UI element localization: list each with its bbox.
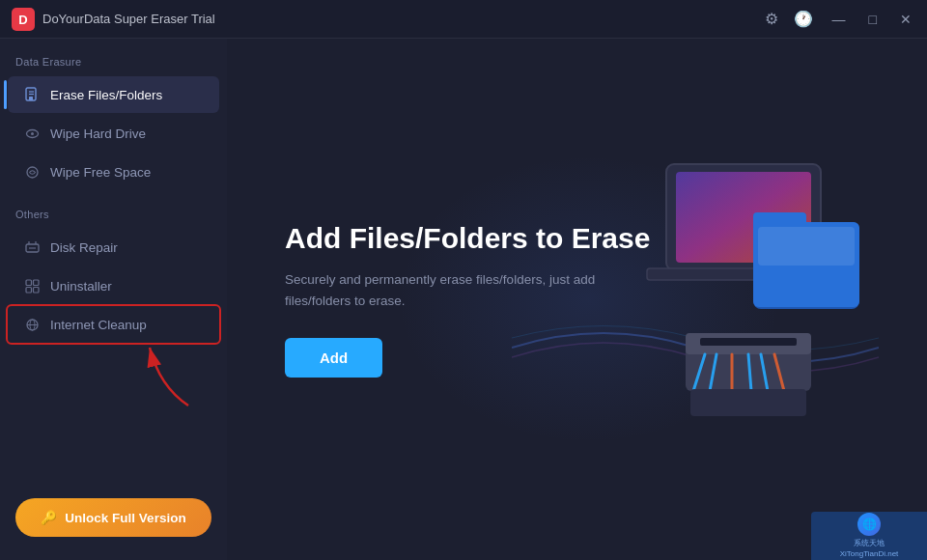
watermark-globe: 🌐 <box>857 513 881 536</box>
layout: Data Erasure Erase Files/Folders Wipe Ha… <box>0 39 927 560</box>
maximize-button[interactable]: □ <box>865 10 881 29</box>
svg-rect-28 <box>758 227 855 266</box>
main-title: Add Files/Folders to Erase <box>285 221 690 256</box>
svg-point-8 <box>27 167 38 178</box>
close-button[interactable]: ✕ <box>896 10 915 29</box>
settings-icon[interactable]: ⚙ <box>765 10 778 28</box>
wipe-space-icon <box>23 163 41 181</box>
watermark-text-1: 系统天地 <box>854 538 885 548</box>
svg-text:D: D <box>18 13 27 27</box>
app-logo: D <box>12 8 35 31</box>
main-content: Add Files/Folders to Erase Securely and … <box>227 39 927 560</box>
section-data-erasure-label: Data Erasure <box>0 39 227 75</box>
svg-point-7 <box>31 132 34 135</box>
svg-rect-3 <box>29 97 33 100</box>
disk-repair-icon <box>23 238 41 256</box>
svg-rect-31 <box>700 338 797 346</box>
svg-rect-16 <box>33 287 39 293</box>
svg-rect-38 <box>690 389 806 416</box>
erase-files-label: Erase Files/Folders <box>50 88 162 102</box>
internet-cleanup-label: Internet Cleanup <box>50 318 147 332</box>
section-others-label: Others <box>0 191 227 228</box>
wipe-space-label: Wipe Free Space <box>50 165 151 180</box>
content-area: Add Files/Folders to Erase Securely and … <box>285 221 690 378</box>
disk-repair-label: Disk Repair <box>50 240 118 255</box>
sidebar-item-internet-cleanup[interactable]: Internet Cleanup <box>8 306 219 343</box>
titlebar-controls: ⚙ 🕐 — □ ✕ <box>765 10 915 29</box>
history-icon[interactable]: 🕐 <box>794 10 813 28</box>
add-button[interactable]: Add <box>285 338 382 378</box>
sidebar: Data Erasure Erase Files/Folders Wipe Ha… <box>0 39 227 560</box>
internet-cleanup-icon <box>23 316 41 333</box>
sidebar-item-wipe-hard-drive[interactable]: Wipe Hard Drive <box>8 115 219 152</box>
minimize-button[interactable]: — <box>829 10 850 29</box>
wipe-drive-label: Wipe Hard Drive <box>50 126 146 141</box>
uninstaller-label: Uninstaller <box>50 279 112 294</box>
sidebar-item-uninstaller[interactable]: Uninstaller <box>8 267 219 304</box>
titlebar-left: D DoYourData Super Eraser Trial <box>12 8 215 31</box>
sidebar-item-wipe-free-space[interactable]: Wipe Free Space <box>8 154 219 190</box>
sidebar-item-erase-files[interactable]: Erase Files/Folders <box>8 76 219 113</box>
unlock-button[interactable]: 🔑 Unlock Full Version <box>15 498 211 537</box>
erase-files-icon <box>23 86 41 103</box>
main-description: Securely and permanently erase files/fol… <box>285 269 613 311</box>
svg-rect-14 <box>33 280 39 286</box>
svg-rect-15 <box>26 287 32 293</box>
watermark-text-2: XiTongTianDi.net <box>840 548 899 559</box>
svg-rect-13 <box>26 280 32 286</box>
app-title: DoYourData Super Eraser Trial <box>42 12 215 26</box>
wipe-drive-icon <box>23 125 41 142</box>
titlebar: D DoYourData Super Eraser Trial ⚙ 🕐 — □ … <box>0 0 927 39</box>
key-icon: 🔑 <box>41 510 57 525</box>
watermark: 🌐 系统天地 XiTongTianDi.net <box>811 512 927 560</box>
uninstaller-icon <box>23 277 41 294</box>
unlock-label: Unlock Full Version <box>65 511 185 525</box>
sidebar-item-disk-repair[interactable]: Disk Repair <box>8 229 219 266</box>
